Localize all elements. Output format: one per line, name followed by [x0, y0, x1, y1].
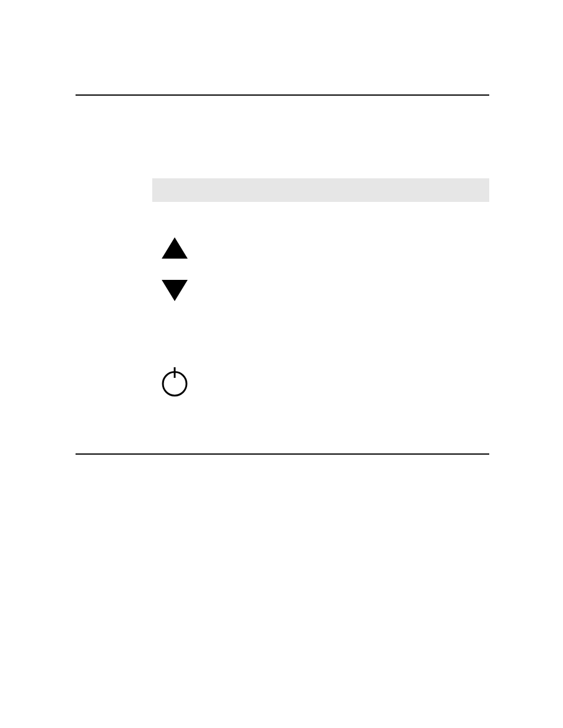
section-body: [76, 96, 489, 455]
triangle-up-icon: [162, 237, 188, 259]
triangle-down-icon: [162, 280, 188, 301]
bottom-rule: [76, 453, 489, 455]
svg-marker-1: [162, 280, 188, 301]
power-icon: [157, 364, 489, 401]
svg-marker-0: [162, 237, 188, 259]
page-content: [76, 0, 489, 459]
arrow-column: [162, 237, 489, 301]
shaded-band: [152, 178, 489, 202]
